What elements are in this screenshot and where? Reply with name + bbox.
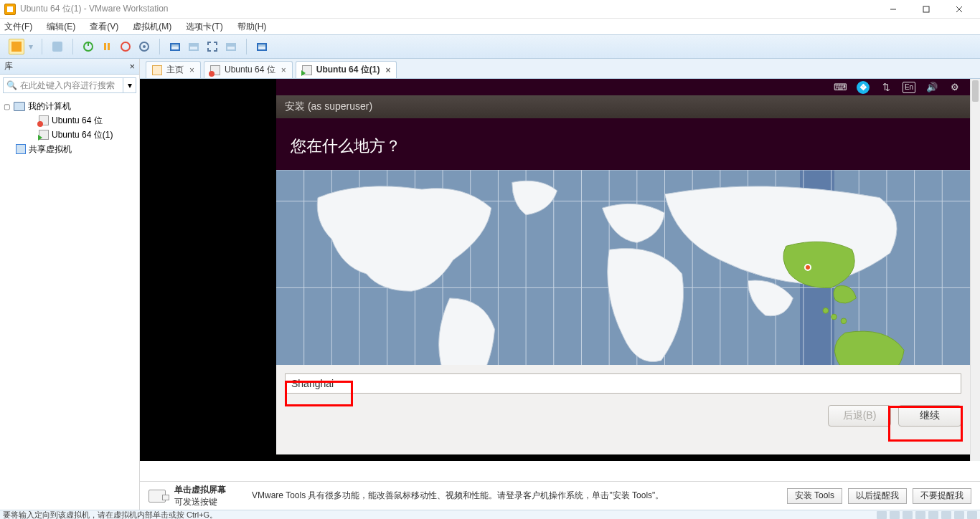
vertical-scrollbar[interactable] xyxy=(970,79,980,461)
ubuntu-topbar: ⌨ ❖ ⇅ En 🔊 ⚙ xyxy=(276,79,970,95)
toolbar-suspend[interactable] xyxy=(99,39,115,54)
sidebar-tree: ▢ 我的计算机 Ubuntu 64 位 Ubuntu 64 位(1) 共享虚拟机 xyxy=(0,96,139,159)
toolbar-thumbnails[interactable] xyxy=(50,39,65,54)
home-icon xyxy=(152,65,162,75)
tab-close-icon[interactable]: × xyxy=(281,65,286,75)
toolbar-snapshot[interactable] xyxy=(136,39,152,54)
never-remind-button[interactable]: 不要提醒我 xyxy=(913,488,971,504)
status-icon[interactable] xyxy=(928,511,938,519)
tab-close-icon[interactable]: × xyxy=(189,65,194,75)
svg-rect-6 xyxy=(104,43,106,50)
ubuntu-installer: ⌨ ❖ ⇅ En 🔊 ⚙ 安装 (as superuser) 您在什么地方？ xyxy=(276,79,970,454)
status-icon[interactable] xyxy=(941,511,951,519)
svg-point-10 xyxy=(143,45,146,48)
status-icon[interactable] xyxy=(877,511,887,519)
status-text: 要将输入定向到该虚拟机，请在虚拟机内部单击或按 Ctrl+G。 xyxy=(3,510,217,520)
remind-later-button[interactable]: 以后提醒我 xyxy=(848,488,907,504)
installer-titlebar: 安装 (as superuser) xyxy=(276,95,970,118)
sidebar-search-placeholder: 在此处键入内容进行搜索 xyxy=(20,80,115,92)
back-button-label: 后退(B) xyxy=(843,409,877,422)
shared-icon xyxy=(16,144,26,154)
back-button[interactable]: 后退(B) xyxy=(828,405,891,427)
status-icon[interactable] xyxy=(903,511,913,519)
vm-on-icon xyxy=(39,130,49,140)
app-icon xyxy=(4,4,16,15)
toolbar-single-window[interactable] xyxy=(186,39,202,54)
menu-tabs[interactable]: 选项卡(T) xyxy=(186,21,222,33)
accessibility-icon[interactable]: ❖ xyxy=(857,81,870,94)
installer-title: 安装 (as superuser) xyxy=(285,100,372,113)
menu-file[interactable]: 文件(F) xyxy=(4,21,32,33)
window-title: Ubuntu 64 位(1) - VMware Workstation xyxy=(20,3,169,15)
sidebar-search-input[interactable]: 🔍 在此处键入内容进行搜索 xyxy=(3,77,123,93)
toolbar-unity[interactable] xyxy=(223,39,239,54)
vm-off-icon xyxy=(39,115,49,125)
vm-on-icon xyxy=(302,65,312,75)
menu-vm[interactable]: 虚拟机(M) xyxy=(133,21,171,33)
tab-vm1-label: Ubuntu 64 位 xyxy=(225,64,275,76)
tree-shared[interactable]: 共享虚拟机 xyxy=(29,143,72,156)
never-remind-label: 不要提醒我 xyxy=(920,490,963,502)
continue-button[interactable]: 继续 xyxy=(898,405,961,427)
svg-rect-7 xyxy=(108,43,110,50)
svg-point-42 xyxy=(841,318,847,324)
menu-edit[interactable]: 编辑(E) xyxy=(47,21,75,33)
sidebar-close-button[interactable]: × xyxy=(129,61,135,72)
tab-vm2[interactable]: Ubuntu 64 位(1) × xyxy=(296,61,397,78)
menu-help[interactable]: 帮助(H) xyxy=(237,21,267,33)
window-close-button[interactable] xyxy=(943,0,976,19)
toolbar-multiple-monitors[interactable] xyxy=(254,39,270,54)
sidebar-search-dropdown[interactable]: ▾ xyxy=(123,77,136,93)
timezone-input[interactable]: Shanghai xyxy=(285,373,961,394)
window-minimize-button[interactable] xyxy=(877,0,910,19)
install-tools-button[interactable]: 安装 Tools xyxy=(787,488,842,504)
tabstrip: 主页 × Ubuntu 64 位 × Ubuntu 64 位(1) × xyxy=(140,59,980,79)
main-area: 主页 × Ubuntu 64 位 × Ubuntu 64 位(1) × ⌨ xyxy=(140,59,980,510)
status-icon[interactable] xyxy=(915,511,925,519)
toolbar-power-off[interactable] xyxy=(118,39,133,54)
toolbar-power-on[interactable] xyxy=(80,39,96,54)
tab-home[interactable]: 主页 × xyxy=(146,61,201,78)
status-device-icons xyxy=(877,511,977,519)
toolbar-console-view[interactable] xyxy=(167,39,183,54)
hint-tools-message: VMware Tools 具有很多功能，能改善鼠标移动性、视频和性能。请登录客户… xyxy=(252,490,664,502)
computer-icon xyxy=(14,102,25,111)
toolbar-library-toggle[interactable] xyxy=(9,39,24,54)
statusbar: 要将输入定向到该虚拟机，请在虚拟机内部单击或按 Ctrl+G。 xyxy=(0,510,980,519)
toolbar: ▾ xyxy=(0,34,980,59)
status-icon[interactable] xyxy=(954,511,964,519)
tab-close-icon[interactable]: × xyxy=(385,65,390,75)
sidebar-title: 库 xyxy=(4,60,13,72)
toolbar-dropdown-icon[interactable]: ▾ xyxy=(29,42,33,52)
tab-vm1[interactable]: Ubuntu 64 位 × xyxy=(204,61,293,78)
network-icon[interactable]: ⇅ xyxy=(880,82,892,93)
svg-point-8 xyxy=(121,42,130,51)
tree-vm1[interactable]: Ubuntu 64 位 xyxy=(52,115,103,127)
language-indicator[interactable]: En xyxy=(903,82,915,93)
tab-home-label: 主页 xyxy=(166,64,184,76)
menu-view[interactable]: 查看(V) xyxy=(90,21,118,33)
sound-icon[interactable]: 🔊 xyxy=(925,82,938,93)
sidebar-header: 库 × xyxy=(0,59,139,75)
toolbar-fullscreen[interactable] xyxy=(204,39,220,54)
keyboard-indicator-icon[interactable]: ⌨ xyxy=(834,82,847,93)
settings-gear-icon[interactable]: ⚙ xyxy=(948,82,961,93)
tree-vm2[interactable]: Ubuntu 64 位(1) xyxy=(52,129,113,141)
installer-lower-panel: Shanghai 后退(B) 继续 xyxy=(276,365,970,454)
scrollbar-thumb[interactable] xyxy=(972,80,979,102)
timezone-input-value: Shanghai xyxy=(291,378,334,389)
status-icon[interactable] xyxy=(967,511,977,519)
continue-button-label: 继续 xyxy=(920,409,940,422)
tree-my-computer[interactable]: 我的计算机 xyxy=(28,100,71,113)
hint-click-title: 单击虚拟屏幕 xyxy=(174,484,226,496)
timezone-map[interactable] xyxy=(276,170,970,365)
status-icon[interactable] xyxy=(890,511,900,519)
tab-vm2-label: Ubuntu 64 位(1) xyxy=(316,64,380,76)
svg-point-40 xyxy=(823,308,829,313)
window-titlebar: Ubuntu 64 位(1) - VMware Workstation xyxy=(0,0,980,19)
vm-viewport[interactable]: ⌨ ❖ ⇅ En 🔊 ⚙ 安装 (as superuser) 您在什么地方？ xyxy=(140,79,980,510)
vm-off-icon xyxy=(210,65,220,75)
tree-toggle-icon[interactable]: ▢ xyxy=(3,103,11,110)
menubar: 文件(F) 编辑(E) 查看(V) 虚拟机(M) 选项卡(T) 帮助(H) xyxy=(0,19,980,34)
window-maximize-button[interactable] xyxy=(910,0,943,19)
